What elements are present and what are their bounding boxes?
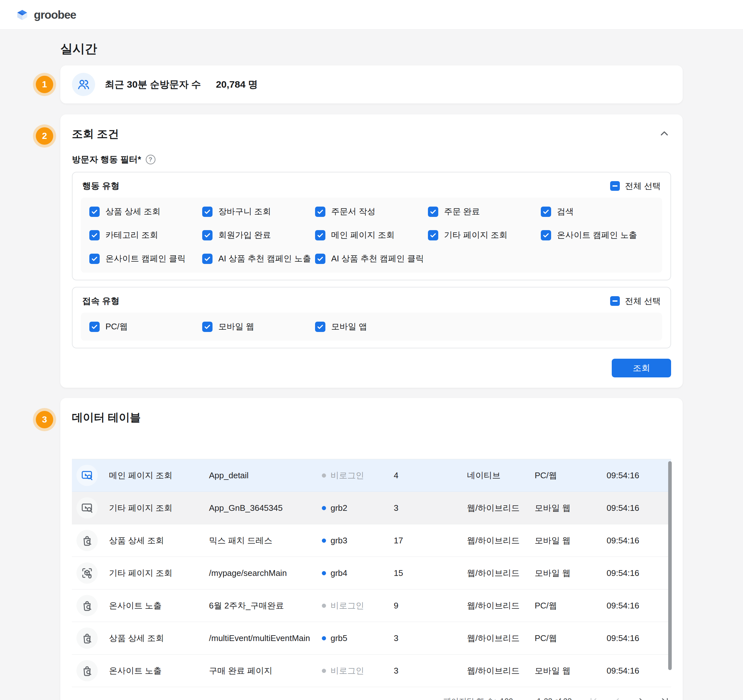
page-title: 실시간 xyxy=(60,41,683,57)
behavior-option-checkbox[interactable]: 온사이트 캠페인 노출 xyxy=(541,229,654,241)
cell-platform: 웹/하이브리드 xyxy=(467,633,535,644)
checked-checkbox-icon xyxy=(202,254,213,264)
rows-per-page-select[interactable]: 100 xyxy=(500,697,520,700)
member-status-dot xyxy=(322,473,326,478)
behavior-option-checkbox[interactable]: 검색 xyxy=(541,206,654,217)
table-row[interactable]: 상품 상세 조회 믹스 패치 드레스 grb3 17 웹/하이브리드 모바일 웹… xyxy=(72,524,671,557)
behavior-option-checkbox[interactable]: 주문 완료 xyxy=(428,206,541,217)
behavior-option-checkbox[interactable]: 온사이트 캠페인 클릭 xyxy=(89,253,202,264)
option-label: 검색 xyxy=(557,206,574,217)
cell-session-actions: 17 xyxy=(394,536,467,546)
cell-member-id: 비로그인 xyxy=(322,665,394,676)
logo[interactable]: groobee xyxy=(15,7,76,22)
device-option-checkbox[interactable]: 모바일 앱 xyxy=(315,321,428,332)
table-header-row xyxy=(72,434,671,459)
option-label: 메인 페이지 조회 xyxy=(331,229,394,241)
member-status-dot xyxy=(322,539,326,543)
option-label: 기타 페이지 조회 xyxy=(444,229,507,241)
first-page-button[interactable] xyxy=(589,697,598,700)
chevron-right-icon xyxy=(636,697,646,700)
behavior-option-checkbox[interactable]: 주문서 작성 xyxy=(315,206,428,217)
step-badge-2: 2 xyxy=(36,127,53,145)
behavior-option-checkbox[interactable]: 상품 상세 조회 xyxy=(89,206,202,217)
cell-recorded-time: 09:54:16 xyxy=(607,666,671,676)
member-status-dot xyxy=(322,604,326,608)
indeterminate-checkbox-icon xyxy=(610,181,620,191)
help-icon[interactable]: ? xyxy=(146,155,155,164)
checked-checkbox-icon xyxy=(541,207,551,217)
behavior-option-checkbox[interactable]: 카테고리 조회 xyxy=(89,229,202,241)
behavior-option-checkbox[interactable]: 메인 페이지 조회 xyxy=(315,229,428,241)
option-label: 모바일 웹 xyxy=(218,321,254,332)
cell-device-type: 모바일 웹 xyxy=(535,535,607,546)
rows-per-page-label: 페이지당 행 수: xyxy=(443,696,496,700)
cell-platform: 웹/하이브리드 xyxy=(467,665,535,676)
table-row[interactable]: 온사이트 노출 구매 완료 페이지 비로그인 3 웹/하이브리드 모바일 웹 0… xyxy=(72,654,671,687)
next-page-button[interactable] xyxy=(636,697,646,700)
table-scrollbar[interactable] xyxy=(668,461,672,670)
step-badge-3: 3 xyxy=(36,411,53,428)
device-option-checkbox[interactable]: PC/웹 xyxy=(89,321,202,332)
cell-member-id: grb4 xyxy=(322,568,394,578)
table-row[interactable]: 상품 상세 조회 /multiEvent/multiEventMain grb5… xyxy=(72,622,671,654)
cell-device-type: PC/웹 xyxy=(535,633,607,644)
last-page-button[interactable] xyxy=(660,697,670,700)
member-status-dot xyxy=(322,669,326,673)
table-body: 메인 페이지 조회 App_detail 비로그인 4 네이티브 PC/웹 09… xyxy=(72,459,671,687)
checked-checkbox-icon xyxy=(428,230,438,241)
checked-checkbox-icon xyxy=(315,254,326,264)
collapse-button[interactable] xyxy=(657,127,671,142)
cell-session-actions: 9 xyxy=(394,601,467,611)
behavior-option-checkbox[interactable]: AI 상품 추천 캠페인 클릭 xyxy=(315,253,428,264)
cell-behavior-type: 기타 페이지 조회 xyxy=(109,502,209,514)
cell-session-actions: 3 xyxy=(394,633,467,643)
bag-search-icon xyxy=(81,664,93,677)
previous-page-button[interactable] xyxy=(613,697,622,700)
select-all-label: 전체 선택 xyxy=(625,180,661,192)
table-row[interactable]: 메인 페이지 조회 App_detail 비로그인 4 네이티브 PC/웹 09… xyxy=(72,459,671,492)
checked-checkbox-icon xyxy=(202,207,213,217)
cell-behavior-type: 기타 페이지 조회 xyxy=(109,567,209,579)
pagination-range: 1-23 of 23 xyxy=(537,697,572,700)
option-label: AI 상품 추천 캠페인 노출 xyxy=(218,253,311,264)
behavior-type-title: 행동 유형 xyxy=(82,180,120,192)
table-row[interactable]: 기타 페이지 조회 /mypage/searchMain grb4 15 웹/하… xyxy=(72,557,671,589)
cell-recorded-time: 09:54:16 xyxy=(607,568,671,578)
cell-behavior-type: 상품 상세 조회 xyxy=(109,535,209,546)
device-select-all[interactable]: 전체 선택 xyxy=(610,295,661,307)
visitor-behavior-filter-label: 방문자 행동 필터* xyxy=(72,154,141,165)
cell-device-type: PC/웹 xyxy=(535,470,607,481)
behavior-select-all[interactable]: 전체 선택 xyxy=(610,180,661,192)
checked-checkbox-icon xyxy=(89,230,100,241)
page-search-icon xyxy=(81,469,93,482)
cell-session-actions: 3 xyxy=(394,666,467,676)
behavior-option-checkbox[interactable]: 기타 페이지 조회 xyxy=(428,229,541,241)
cell-behavior-type: 메인 페이지 조회 xyxy=(109,470,209,481)
option-label: 주문서 작성 xyxy=(331,206,375,217)
behavior-options: 상품 상세 조회 장바구니 조회 주문서 작성 xyxy=(81,198,662,273)
first-page-icon xyxy=(589,697,598,700)
cell-device-type: 모바일 웹 xyxy=(535,567,607,579)
query-conditions-title: 조회 조건 xyxy=(72,127,119,142)
cell-behavior-content: 구매 완료 페이지 xyxy=(209,665,322,676)
cell-behavior-content: App_detail xyxy=(209,471,322,480)
cell-device-type: 모바일 웹 xyxy=(535,502,607,514)
logo-text: groobee xyxy=(34,8,76,21)
page-search-icon xyxy=(81,502,93,514)
device-options: PC/웹 모바일 웹 모바일 앱 xyxy=(81,313,662,341)
logo-icon xyxy=(15,7,30,22)
cell-recorded-time: 09:54:16 xyxy=(607,633,671,643)
table-row[interactable]: 기타 페이지 조회 App_GnB_3645345 grb2 3 웹/하이브리드… xyxy=(72,492,671,524)
search-button[interactable]: 조회 xyxy=(612,359,671,377)
chevron-left-icon xyxy=(613,697,622,700)
behavior-option-checkbox[interactable]: 회원가입 완료 xyxy=(202,229,315,241)
member-status-dot xyxy=(322,636,326,640)
behavior-option-checkbox[interactable]: 장바구니 조회 xyxy=(202,206,315,217)
chevron-up-icon xyxy=(659,128,670,139)
last-page-icon xyxy=(660,697,670,700)
cell-member-id: 비로그인 xyxy=(322,470,394,481)
device-type-title: 접속 유형 xyxy=(82,295,120,307)
table-row[interactable]: 온사이트 노출 6월 2주차_구매완료 비로그인 9 웹/하이브리드 PC/웹 … xyxy=(72,589,671,622)
behavior-option-checkbox[interactable]: AI 상품 추천 캠페인 노출 xyxy=(202,253,315,264)
device-option-checkbox[interactable]: 모바일 웹 xyxy=(202,321,315,332)
